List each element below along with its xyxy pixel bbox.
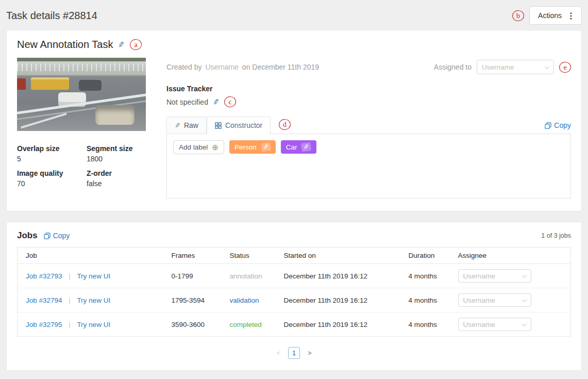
tab-constructor[interactable]: Constructor xyxy=(207,117,271,134)
copy-labels-label: Copy xyxy=(554,121,571,129)
issue-tracker-label: Issue Tracker xyxy=(166,85,571,93)
labels-constructor-panel: Add label ⊕ Person ✎ Car ✎ xyxy=(166,134,571,199)
annotation-circle-c: c xyxy=(224,96,236,108)
jobs-title: Jobs xyxy=(17,230,38,241)
topbar: Task details #28814 b Actions ⋮ xyxy=(0,0,588,30)
job-link[interactable]: Job #32794 xyxy=(26,296,62,304)
edit-label-car-icon[interactable]: ✎ xyxy=(301,142,311,152)
jobs-count: 1 of 3 jobs xyxy=(541,232,571,239)
actions-button[interactable]: Actions ⋮ xyxy=(529,6,582,25)
label-tag-car[interactable]: Car ✎ xyxy=(281,140,316,154)
status-cell: validation xyxy=(222,288,276,312)
job-assignee-select[interactable]: Username xyxy=(458,318,531,331)
try-new-ui-link[interactable]: Try new UI xyxy=(77,272,110,280)
chevron-down-icon xyxy=(522,297,527,302)
table-row: Job #32795 | Try new UI 3590-3600 comple… xyxy=(18,312,571,337)
edit-task-name-icon[interactable]: ✎ xyxy=(117,40,125,49)
job-separator: | xyxy=(69,272,71,280)
column-header-job: Job xyxy=(18,248,163,264)
assigned-to-label: Assigned to xyxy=(434,63,472,71)
actions-button-label: Actions xyxy=(538,11,562,20)
frames-cell: 3590-3600 xyxy=(163,312,222,337)
job-link[interactable]: Job #32793 xyxy=(26,272,62,280)
task-details-page: Task details #28814 b Actions ⋮ New Anno… xyxy=(0,0,588,371)
chevron-down-icon xyxy=(545,64,550,69)
thumb-silver-car xyxy=(95,105,135,125)
label-tag-person[interactable]: Person ✎ xyxy=(229,140,276,154)
label-tag-car-name: Car xyxy=(286,143,297,151)
task-thumbnail xyxy=(17,58,146,131)
thumb-overpass xyxy=(17,61,146,77)
tab-constructor-label: Constructor xyxy=(225,121,262,129)
duration-cell: 4 months xyxy=(400,288,450,312)
started-on-cell: December 11th 2019 16:12 xyxy=(276,312,400,337)
annotation-circle-e: e xyxy=(559,61,571,73)
column-header-frames: Frames xyxy=(163,248,222,264)
copy-icon xyxy=(545,122,551,129)
column-header-started-on: Started on xyxy=(276,248,400,264)
job-separator: | xyxy=(69,296,71,304)
copy-icon xyxy=(44,233,51,239)
task-body: Overlap size 5 Segment size 1800 Image q… xyxy=(17,58,571,199)
job-link[interactable]: Job #32795 xyxy=(26,321,62,328)
try-new-ui-link[interactable]: Try new UI xyxy=(77,321,110,328)
topbar-right: b Actions ⋮ xyxy=(512,6,582,25)
started-on-cell: December 11th 2019 16:12 xyxy=(276,264,400,288)
duration-cell: 4 months xyxy=(400,312,450,337)
tab-raw[interactable]: ✎ Raw xyxy=(166,117,207,134)
pagination-prev[interactable]: < xyxy=(276,349,280,357)
task-meta-row: Created by Username on December 11th 201… xyxy=(166,60,571,74)
job-assignee-select[interactable]: Username xyxy=(458,293,531,307)
frames-cell: 0-1799 xyxy=(163,264,222,288)
tab-raw-label: Raw xyxy=(184,121,198,129)
annotation-circle-a: a xyxy=(129,39,142,51)
issue-tracker-value-row: Not specified ✎ c xyxy=(166,96,571,107)
plus-circle-icon: ⊕ xyxy=(212,143,219,151)
pencil-icon: ✎ xyxy=(174,121,181,129)
param-segment-size: Segment size 1800 xyxy=(87,144,146,163)
assignee-cell: Username xyxy=(450,288,571,312)
thumb-dark-car xyxy=(79,80,102,91)
labels-tabs-row: ✎ Raw Constructor d xyxy=(166,117,571,134)
task-parameters: Overlap size 5 Segment size 1800 Image q… xyxy=(17,144,146,188)
column-header-assignee: Assignee xyxy=(450,248,571,264)
frames-cell: 1795-3594 xyxy=(163,288,222,312)
assignee-cell: Username xyxy=(450,312,571,337)
jobs-table-header-row: Job Frames Status Started on Duration As… xyxy=(18,248,571,264)
edit-issue-tracker-icon[interactable]: ✎ xyxy=(212,97,220,106)
table-row: Job #32794 | Try new UI 1795-3594 valida… xyxy=(18,288,571,312)
add-label-button[interactable]: Add label ⊕ xyxy=(173,140,224,154)
task-preview-column: Overlap size 5 Segment size 1800 Image q… xyxy=(17,58,146,199)
job-assignee-value: Username xyxy=(463,321,495,328)
task-title-row: New Annotation Task ✎ a xyxy=(17,39,571,51)
more-vertical-icon: ⋮ xyxy=(567,11,575,21)
job-separator: | xyxy=(69,321,71,328)
created-prefix: Created by xyxy=(166,63,201,71)
param-image-quality: Image quality 70 xyxy=(17,169,87,188)
task-details-column: Created by Username on December 11th 201… xyxy=(166,58,571,199)
job-cell: Job #32795 | Try new UI xyxy=(18,312,163,337)
annotation-circle-b: b xyxy=(512,10,524,22)
label-tag-person-name: Person xyxy=(234,143,257,151)
assigned-to-group: Assigned to Username e xyxy=(434,60,571,74)
thumb-yellow-bus xyxy=(31,77,69,90)
try-new-ui-link[interactable]: Try new UI xyxy=(77,296,110,304)
pagination-next[interactable]: > xyxy=(308,349,312,357)
block-icon xyxy=(215,122,222,129)
copy-jobs-link[interactable]: Copy xyxy=(44,232,70,240)
job-assignee-value: Username xyxy=(463,272,495,280)
edit-label-person-icon[interactable]: ✎ xyxy=(261,142,271,152)
creator-username: Username xyxy=(205,63,239,71)
task-assignee-select[interactable]: Username xyxy=(477,60,554,74)
job-assignee-select[interactable]: Username xyxy=(458,269,531,283)
duration-cell: 4 months xyxy=(400,264,450,288)
page-title: Task details #28814 xyxy=(6,10,97,22)
task-card: New Annotation Task ✎ a xyxy=(6,30,582,211)
column-header-duration: Duration xyxy=(400,248,450,264)
add-label-text: Add label xyxy=(179,143,208,151)
pagination-page-1[interactable]: 1 xyxy=(288,347,300,359)
issue-tracker-value: Not specified xyxy=(166,98,208,106)
jobs-pagination: < 1 > xyxy=(17,347,571,359)
jobs-table: Job Frames Status Started on Duration As… xyxy=(17,247,571,337)
copy-labels-link[interactable]: Copy xyxy=(545,121,571,129)
